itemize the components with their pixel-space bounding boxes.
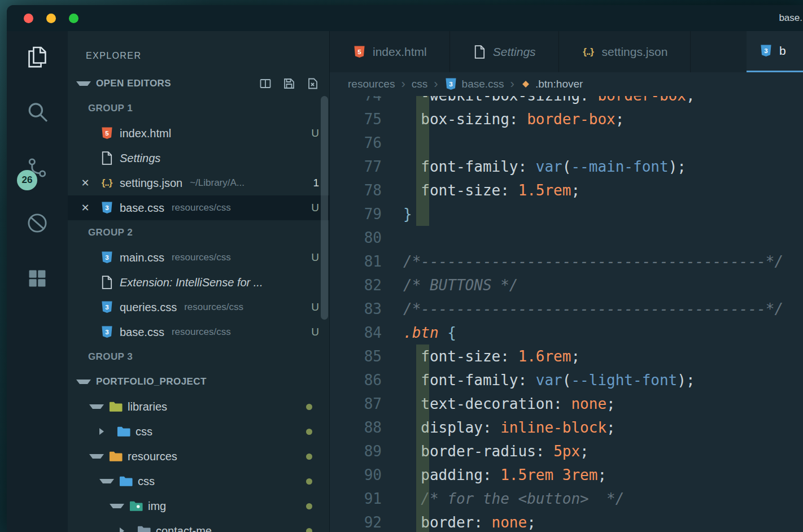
activity-search[interactable] [25,101,50,126]
chevron-down-icon[interactable] [99,479,114,483]
status-badge: U [311,202,319,214]
tree-item-resources[interactable]: resources [68,444,329,469]
chevron-down-icon[interactable] [89,454,104,459]
open-editor-base.css[interactable]: ✕3base.cssresources/cssU [68,195,329,220]
activity-source-control[interactable]: 26 [25,156,50,181]
vscode-window: base. 26 EXPLORER OPEN EDITORS GROUP 15i… [7,5,803,532]
tree-item-contact-me[interactable]: contact-me [68,518,329,532]
breadcrumb-separator-icon: › [510,78,515,90]
status-badge: U [311,251,319,264]
activity-extensions[interactable] [25,267,50,292]
editor-desc: resources/css [172,252,231,263]
tab-Settings[interactable]: Settings [450,31,559,72]
title-bar: base. [7,5,803,31]
svg-text:3: 3 [449,81,452,88]
breadcrumb-separator-icon: › [400,78,405,90]
chevron-right-icon[interactable] [99,428,112,435]
close-all-editors-button[interactable] [306,76,320,91]
code-line: 90 padding: 1.5rem 3rem; [330,463,803,487]
breadcrumb-css[interactable]: css [412,78,428,90]
tab-b[interactable]: 3b [747,31,803,72]
code-line: 92 border: none; [330,511,803,532]
code-line: 80 [330,226,803,250]
editor-label: Extension: IntelliSense for ... [120,276,263,289]
activity-debug[interactable] [25,212,50,237]
open-editors-group-label: GROUP 3 [68,345,329,369]
modified-line-indicator [416,155,429,178]
open-editor-index.html[interactable]: 5index.htmlU [68,121,329,146]
modified-line-indicator [416,345,429,368]
line-number: 87 [330,392,382,416]
editor-label: base.css [120,202,164,215]
file-file-icon [100,276,114,289]
editor-tabs: 5index.htmlSettings{..}settings.json3b [330,31,803,72]
close-window-button[interactable] [24,14,33,23]
line-number: 91 [330,487,382,511]
sidebar-scrollbar[interactable] [321,96,328,320]
tree-label: css [138,475,155,488]
tab-settings.json[interactable]: {..}settings.json [559,31,691,72]
open-editors-header[interactable]: OPEN EDITORS [68,71,329,96]
modified-line-indicator [416,107,429,131]
code-editor[interactable]: 74 -webkit-box-sizing: border-box;75 box… [330,84,803,532]
open-editor-Settings[interactable]: Settings [68,146,329,171]
editor-label: base.css [120,326,164,339]
open-editor-queries.css[interactable]: 3queries.cssresources/cssU [68,295,329,320]
folder-icon [109,401,123,412]
open-editor-Extension: IntelliSense for ...[interactable]: Extension: IntelliSense for ... [68,270,329,295]
line-content: font-size: 1.6rem; [403,345,803,368]
svg-text:3: 3 [105,304,108,311]
line-number: 75 [330,107,382,131]
modified-dot [306,478,312,485]
chevron-right-icon[interactable] [120,527,132,532]
activity-explorer[interactable] [25,46,50,71]
folder-icon [129,500,143,512]
chevron-down-icon [76,380,91,384]
svg-text:3: 3 [764,47,767,54]
css-icon: 3 [444,77,457,91]
modified-line-indicator [416,368,429,392]
close-editor-icon[interactable]: ✕ [77,177,94,189]
line-number: 81 [330,250,382,273]
modified-line-indicator [416,511,429,532]
activity-bar: 26 [7,31,68,532]
tab-index.html[interactable]: 5index.html [330,31,450,72]
scm-count-badge: 26 [17,170,37,190]
open-editor-settings.json[interactable]: ✕{..}settings.json~/Library/A...1 [68,171,329,195]
breadcrumb-resources[interactable]: resources [348,78,395,90]
open-editor-base.css[interactable]: 3base.cssresources/cssU [68,320,329,345]
line-content: /*--------------------------------------… [403,297,803,321]
tree-item-css[interactable]: css [68,469,329,494]
save-all-button[interactable] [282,76,296,91]
svg-text:3: 3 [105,329,108,335]
toggle-editor-layout-button[interactable] [258,76,273,91]
line-content: font-family: var(--light-font); [403,368,803,392]
code-line: 79} [330,202,803,226]
tree-item-img[interactable]: img [68,494,329,518]
search-icon [25,101,49,127]
modified-dot [306,503,312,509]
breadcrumb-.btn:hover[interactable]: .btn:hover [521,78,583,90]
breadcrumb-label: base.css [462,78,504,90]
tree-item-css[interactable]: css [68,419,329,444]
open-editors-group-label: GROUP 1 [68,96,329,121]
breadcrumb-base.css[interactable]: 3base.css [444,77,504,91]
code-line: 84.btn { [330,321,803,345]
line-number: 90 [330,463,382,487]
zoom-window-button[interactable] [69,14,78,23]
open-editor-main.css[interactable]: 3main.cssresources/cssU [68,245,329,270]
html-file-icon: 5 [100,127,114,140]
tree-root-label: PORTFOLIO_PROJECT [96,376,207,387]
tree-root-portfolio-project[interactable]: PORTFOLIO_PROJECT [68,369,329,394]
close-editor-icon[interactable]: ✕ [77,202,94,214]
minimize-window-button[interactable] [46,14,56,23]
modified-line-indicator [416,202,429,226]
html-file-icon: 5 [352,45,366,59]
css-file-icon: 3 [100,300,114,314]
code-line: 81/*------------------------------------… [330,250,803,273]
code-line: 88 display: inline-block; [330,416,803,439]
code-line: 85 font-size: 1.6rem; [330,345,803,368]
chevron-down-icon[interactable] [110,504,124,508]
tree-item-libraries[interactable]: libraries [68,394,329,419]
chevron-down-icon[interactable] [89,404,104,409]
